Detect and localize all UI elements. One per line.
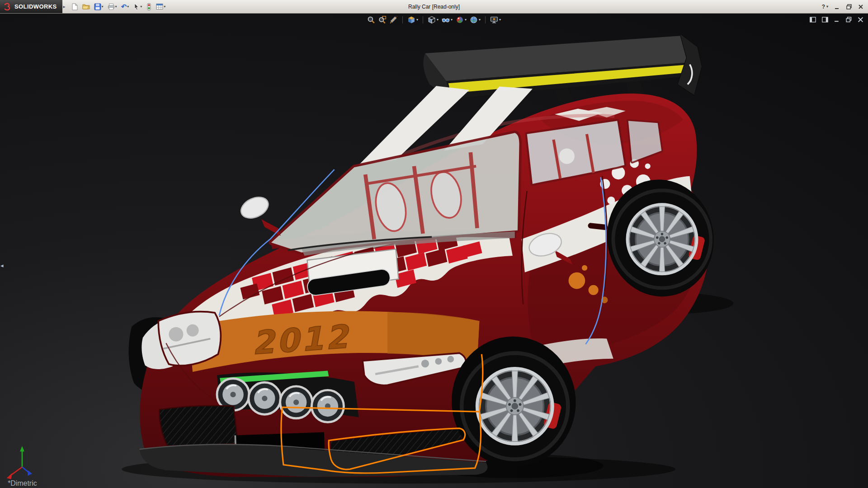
front-wheel: [459, 351, 570, 462]
print-button[interactable]: ▾: [106, 2, 118, 11]
save-icon: [94, 3, 101, 10]
standard-toolbar: ▾ ▾ ↶ ▾ ▾: [66, 2, 167, 11]
restore-document-icon: [846, 17, 852, 23]
help-icon: ?: [822, 4, 825, 10]
apply-scene-button[interactable]: ▾: [470, 16, 481, 24]
view-settings-dropdown-icon[interactable]: ▾: [499, 18, 501, 22]
display-style-button[interactable]: ▾: [428, 16, 439, 24]
edit-appearance-icon: [456, 16, 464, 24]
scene-dropdown-icon[interactable]: ▾: [479, 18, 481, 22]
restore-button[interactable]: [846, 4, 852, 9]
graphics-viewport: ▾ ▾ ▾ ▾: [0, 14, 868, 488]
display-style-dropdown-icon[interactable]: ▾: [437, 18, 439, 22]
view-settings-icon: [490, 16, 498, 24]
solidworks-logo: SOLIDWORKS: [0, 0, 62, 13]
close-document-icon: [858, 17, 863, 23]
undo-button[interactable]: ↶ ▾: [120, 2, 131, 11]
solidworks-logo-icon: [4, 3, 12, 11]
hud-separator: [423, 16, 423, 23]
view-orientation-button[interactable]: ▾: [407, 16, 418, 24]
collapse-pane-left-button[interactable]: [810, 16, 816, 24]
save-button[interactable]: ▾: [93, 2, 105, 11]
restore-document-button[interactable]: [846, 16, 852, 24]
open-button[interactable]: [81, 2, 91, 11]
select-cursor-icon: [133, 3, 140, 10]
car-decal-2012: 2012: [250, 318, 351, 362]
feature-panel-collapse-handle[interactable]: ◂: [0, 261, 4, 270]
zoom-to-area-button[interactable]: [378, 16, 387, 24]
close-document-button[interactable]: [858, 16, 863, 24]
close-icon: [858, 4, 863, 9]
hide-show-dropdown-icon[interactable]: ▾: [451, 18, 453, 22]
hide-show-items-button[interactable]: ▾: [442, 16, 453, 24]
new-document-icon: [71, 3, 78, 10]
zoom-to-fit-icon: [367, 16, 375, 24]
options-icon: [156, 3, 163, 10]
print-dropdown-icon[interactable]: ▾: [115, 5, 117, 9]
collapse-pane-right-icon: [822, 17, 828, 23]
minimize-document-icon: [834, 17, 840, 23]
collapse-pane-left-icon: [810, 17, 816, 23]
view-orientation-dropdown-icon[interactable]: ▾: [416, 18, 418, 22]
document-window-controls: [810, 16, 863, 24]
help-dropdown-icon[interactable]: ▾: [826, 5, 828, 9]
section-view-icon: [390, 16, 398, 24]
section-view-button[interactable]: [390, 16, 398, 24]
graphics-area[interactable]: 2012: [0, 14, 868, 488]
close-button[interactable]: [858, 4, 863, 9]
save-dropdown-icon[interactable]: ▾: [102, 5, 104, 9]
options-dropdown-icon[interactable]: ▾: [164, 5, 165, 9]
restore-icon: [846, 4, 852, 9]
view-settings-button[interactable]: ▾: [490, 16, 501, 24]
rear-wheel: [611, 188, 713, 290]
help-button[interactable]: ? ▾: [822, 4, 828, 10]
appearance-dropdown-icon[interactable]: ▾: [465, 18, 467, 22]
rebuild-icon: [146, 3, 152, 10]
logo-text: SOLIDWORKS: [14, 3, 57, 10]
new-document-button[interactable]: [70, 2, 80, 11]
select-dropdown-icon[interactable]: ▾: [140, 5, 142, 9]
minimize-document-button[interactable]: [834, 16, 840, 24]
rebuild-button[interactable]: [145, 2, 153, 11]
apply-scene-icon: [470, 16, 478, 24]
minimize-icon: [835, 4, 840, 9]
edit-appearance-button[interactable]: ▾: [456, 16, 467, 24]
titlebar: SOLIDWORKS ▸ ▾: [0, 0, 868, 14]
headsup-view-toolbar: ▾ ▾ ▾ ▾: [367, 16, 501, 24]
view-orientation-icon: [407, 16, 415, 24]
window-controls: ? ▾: [822, 4, 868, 10]
print-icon: [108, 3, 115, 10]
view-orientation-label: *Dimetric: [8, 479, 37, 487]
hud-separator: [485, 16, 486, 23]
hud-separator: [402, 16, 403, 23]
undo-icon: ↶: [121, 3, 127, 10]
options-button[interactable]: ▾: [155, 2, 167, 11]
zoom-to-area-icon: [378, 16, 387, 24]
hide-show-items-icon: [442, 16, 450, 24]
collapse-pane-right-button[interactable]: [822, 16, 828, 24]
open-icon: [82, 3, 90, 10]
select-button[interactable]: ▾: [132, 2, 143, 11]
undo-dropdown-icon[interactable]: ▾: [127, 5, 129, 9]
minimize-button[interactable]: [835, 4, 840, 9]
display-style-icon: [428, 16, 436, 24]
zoom-to-fit-button[interactable]: [367, 16, 375, 24]
